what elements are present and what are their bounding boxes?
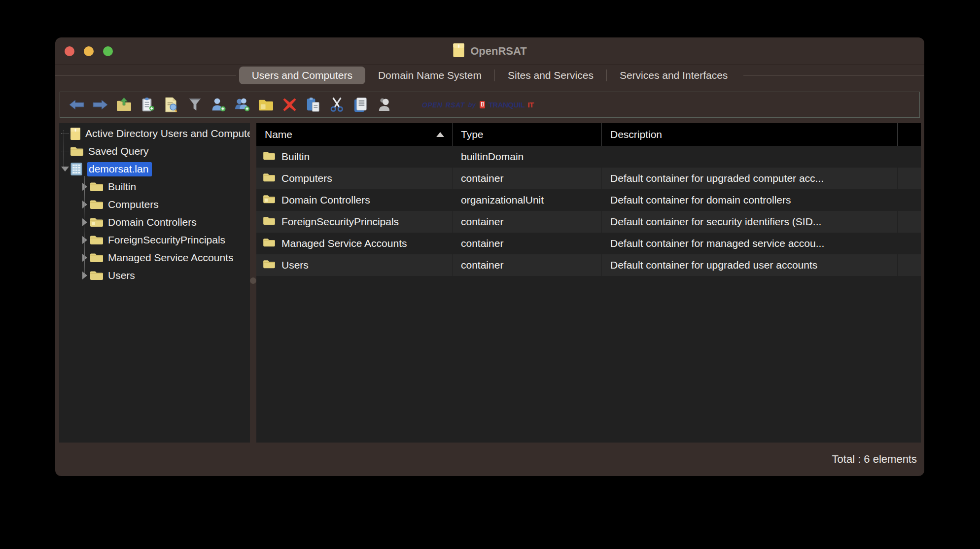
- cut-button[interactable]: [329, 97, 345, 112]
- user-icon: [377, 97, 392, 112]
- tree-panel: Active Directory Users and Computers Sav…: [59, 123, 250, 443]
- column-header-label: Name: [265, 129, 292, 140]
- cell-filler: [897, 254, 921, 276]
- user-button[interactable]: [377, 97, 392, 112]
- tree-item-computers[interactable]: Computers: [59, 196, 250, 213]
- cell-name: ForeignSecurityPrincipals: [256, 211, 452, 233]
- tab-domain-name-system[interactable]: Domain Name System: [365, 67, 494, 84]
- tree-item-label: Domain Controllers: [108, 216, 197, 228]
- window-title: OpenRSAT: [470, 45, 526, 58]
- tree-item-saved-query[interactable]: Saved Query: [59, 142, 250, 160]
- cell-name: Computers: [256, 168, 452, 189]
- tranquil-it-brand-logo: OPEN RSAT by TRANQUIL IT: [422, 101, 534, 109]
- cell-text: organizationalUnit: [461, 194, 544, 206]
- expander-expand-icon[interactable]: [80, 183, 90, 191]
- tree-item-label: Saved Query: [88, 145, 149, 157]
- cell-text: ForeignSecurityPrincipals: [281, 216, 399, 228]
- filter-icon: [187, 97, 203, 112]
- title-group: OpenRSAT: [55, 37, 924, 65]
- folder-icon: [263, 151, 276, 163]
- cell-filler: [897, 233, 921, 254]
- tab-label: Domain Name System: [378, 69, 482, 81]
- status-bar: Total : 6 elements: [55, 443, 924, 476]
- forward-button[interactable]: [93, 97, 108, 112]
- app-note-icon: [453, 43, 465, 60]
- titlebar[interactable]: OpenRSAT: [55, 37, 924, 65]
- tab-sites-and-services[interactable]: Sites and Services: [495, 67, 606, 84]
- table-row-managed-service-accounts[interactable]: Managed Service Accounts container Defau…: [256, 233, 921, 254]
- column-header-name[interactable]: Name: [256, 123, 452, 146]
- expander-expand-icon[interactable]: [80, 218, 90, 226]
- panel-splitter[interactable]: [250, 123, 256, 443]
- add-user-icon: [211, 97, 226, 112]
- column-header-description[interactable]: Description: [601, 123, 897, 146]
- forward-icon: [93, 99, 108, 111]
- folder-icon: [263, 238, 276, 250]
- expander-expand-icon[interactable]: [80, 236, 90, 244]
- cell-type: builtinDomain: [452, 146, 601, 168]
- splitter-handle[interactable]: [250, 277, 256, 284]
- tree-item-active-directory-root[interactable]: Active Directory Users and Computers: [59, 125, 250, 142]
- properties-button[interactable]: [353, 97, 368, 112]
- tree-item-users[interactable]: Users: [59, 267, 250, 284]
- folder-ou-icon: [263, 194, 276, 206]
- search-document-button[interactable]: [164, 97, 179, 112]
- tab-services-and-interfaces[interactable]: Services and Interfaces: [607, 67, 740, 84]
- tree-branch-stub: [61, 133, 69, 134]
- delete-button[interactable]: [282, 97, 297, 112]
- table-row-builtin[interactable]: Builtin builtinDomain: [256, 146, 921, 168]
- tree-item-domain-controllers[interactable]: Domain Controllers: [59, 213, 250, 231]
- folder-ou-icon: [90, 217, 104, 228]
- back-button[interactable]: [69, 97, 84, 112]
- tree-item-label-selected: demorsat.lan: [87, 162, 152, 176]
- expander-expand-icon[interactable]: [80, 201, 90, 208]
- cell-type: container: [452, 211, 601, 233]
- expander-collapse-icon[interactable]: [60, 167, 70, 172]
- cell-filler: [897, 189, 921, 211]
- column-header-label: Description: [610, 129, 662, 140]
- back-icon: [69, 99, 84, 111]
- column-header-type[interactable]: Type: [452, 123, 601, 146]
- table-row-computers[interactable]: Computers container Default container fo…: [256, 168, 921, 189]
- tree-item-builtin[interactable]: Builtin: [59, 178, 250, 196]
- table-row-foreign-security-principals[interactable]: ForeignSecurityPrincipals container Defa…: [256, 211, 921, 233]
- cell-description: [601, 146, 897, 168]
- folder-icon: [90, 252, 104, 263]
- report-list-button[interactable]: [140, 97, 155, 112]
- cell-text: Default container for upgraded computer …: [610, 172, 824, 184]
- tab-users-and-computers[interactable]: Users and Computers: [239, 67, 365, 84]
- export-folder-button[interactable]: [116, 97, 132, 112]
- table-row-users[interactable]: Users container Default container for up…: [256, 254, 921, 276]
- cell-name: Users: [256, 254, 452, 276]
- cell-description: Default container for managed service ac…: [601, 233, 897, 254]
- paste-button[interactable]: [306, 97, 321, 112]
- cell-text: Default container for security identifie…: [610, 216, 821, 228]
- folder-icon: [263, 216, 276, 228]
- cell-text: container: [461, 216, 503, 228]
- cell-filler: [897, 168, 921, 189]
- folder-icon: [90, 199, 104, 210]
- expander-expand-icon[interactable]: [80, 272, 90, 279]
- table-panel: Name Type Description Builtin: [256, 123, 921, 443]
- note-icon: [70, 127, 81, 140]
- status-total-label: Total : 6 elements: [832, 453, 917, 466]
- column-header-label: Type: [461, 129, 484, 140]
- folder-icon: [263, 172, 276, 185]
- cell-type: container: [452, 254, 601, 276]
- tree-item-managed-service-accounts[interactable]: Managed Service Accounts: [59, 249, 250, 267]
- table-row-domain-controllers[interactable]: Domain Controllers organizationalUnit De…: [256, 189, 921, 211]
- tree-item-demorsat-domain[interactable]: demorsat.lan: [59, 160, 250, 178]
- tab-strip: Users and Computers Domain Name System S…: [236, 67, 744, 84]
- tree-item-foreign-security-principals[interactable]: ForeignSecurityPrincipals: [59, 231, 250, 249]
- filter-button[interactable]: [187, 97, 203, 112]
- folder-icon: [90, 181, 104, 192]
- export-folder-icon: [116, 97, 132, 112]
- main-area: Active Directory Users and Computers Sav…: [59, 123, 921, 443]
- new-folder-button[interactable]: [258, 97, 274, 112]
- tree-item-label: Builtin: [108, 181, 136, 193]
- cell-text: container: [461, 238, 503, 249]
- add-user-button[interactable]: [211, 97, 226, 112]
- tree-item-label: Managed Service Accounts: [108, 252, 233, 264]
- expander-expand-icon[interactable]: [80, 254, 90, 262]
- add-group-button[interactable]: [235, 97, 250, 112]
